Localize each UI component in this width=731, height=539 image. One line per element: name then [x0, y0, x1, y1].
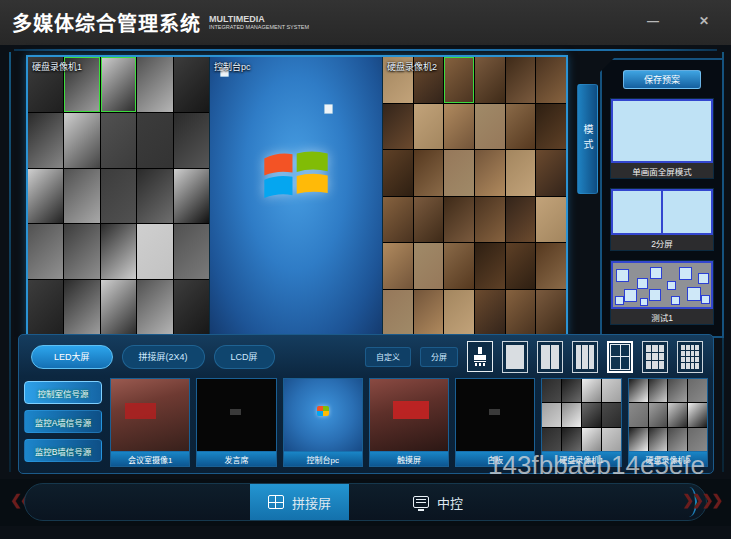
- mode-card-single[interactable]: 单画面全屏模式: [610, 98, 714, 179]
- source-preview: [284, 379, 362, 451]
- app-window: 多媒体综合管理系统 MULTIMEDIA INTEGRATED MANAGEME…: [0, 0, 731, 539]
- windows-logo-icon: [259, 143, 333, 205]
- mode-label: 单画面全屏模式: [611, 163, 713, 178]
- footer-tab-label: 中控: [437, 493, 463, 512]
- layout-9-button[interactable]: [642, 341, 668, 373]
- mode-preview-dual: [611, 189, 713, 235]
- wall-label-right: 硬盘录像机2: [387, 60, 437, 73]
- wall-section-console-pc[interactable]: 控制台pc: [210, 57, 382, 335]
- screen-tab-row: LED大屏 拼接屏(2X4) LCD屏 自定义 分屏: [19, 335, 713, 371]
- wall-section-dvr2[interactable]: 硬盘录像机2: [382, 57, 566, 335]
- mode-label: 测试1: [611, 309, 713, 324]
- source-preview: [370, 379, 448, 451]
- source-preview: [111, 379, 189, 451]
- save-preset-button[interactable]: 保存预案: [623, 70, 701, 89]
- source-thumb[interactable]: 控制台pc: [283, 378, 363, 467]
- source-preview: [456, 379, 534, 451]
- app-subtitle: MULTIMEDIA INTEGRATED MANAGEMENT SYSTEM: [209, 15, 309, 31]
- video-wall: 硬盘录像机1 控制台pc 硬盘录像机2: [26, 55, 568, 337]
- brush-icon: [472, 347, 488, 367]
- wall-label-center: 控制台pc: [214, 60, 251, 73]
- app-title: 多媒体综合管理系统: [12, 8, 201, 37]
- chevron-right-decor: ❯❯❯❯: [682, 492, 721, 508]
- splice-grid-icon: [268, 495, 284, 509]
- group-monitor-wall-b[interactable]: 监控B墙信号源: [24, 439, 102, 462]
- desktop-file-icon: [324, 104, 333, 114]
- mode-preview-single: [611, 99, 713, 163]
- tab-splice-screen-2x4[interactable]: 拼接屏(2X4): [122, 345, 205, 369]
- source-label: 会议室摄像1: [111, 451, 189, 466]
- layout-4-button[interactable]: [607, 341, 633, 373]
- camera-grid-left: [28, 57, 209, 335]
- camera-mosaic: [629, 379, 707, 451]
- windows-desktop: [210, 57, 382, 335]
- source-thumb[interactable]: 会议室摄像1: [110, 378, 190, 467]
- tab-led-screen[interactable]: LED大屏: [31, 345, 113, 369]
- wall-label-left: 硬盘录像机1: [32, 60, 82, 73]
- mode-preview-scatter: [611, 261, 713, 309]
- split-button[interactable]: 分屏: [420, 347, 458, 367]
- tab-lcd-screen[interactable]: LCD屏: [214, 345, 275, 369]
- watermark: 143fbbaeb14e5efe: [488, 450, 705, 481]
- footer-tab-label: 拼接屏: [292, 493, 331, 512]
- mode-box: 保存预案 单画面全屏模式 2分屏 测试1: [600, 58, 724, 338]
- layout-1-button[interactable]: [502, 341, 528, 373]
- source-thumb[interactable]: 发言席: [196, 378, 276, 467]
- minimize-button[interactable]: —: [647, 14, 659, 28]
- frame-left-line: [9, 52, 11, 472]
- layout-16-button[interactable]: [677, 341, 703, 373]
- source-group-list: 控制室信号源 监控A墙信号源 监控B墙信号源: [24, 378, 104, 467]
- mode-card-dual[interactable]: 2分屏: [610, 188, 714, 251]
- source-label: 发言席: [197, 451, 275, 466]
- custom-button[interactable]: 自定义: [365, 347, 411, 367]
- mode-tab[interactable]: 模式: [577, 84, 598, 194]
- mode-panel: 模式 保存预案 单画面全屏模式 2分屏 测试1: [577, 58, 724, 338]
- source-preview: [197, 379, 275, 451]
- close-button[interactable]: ✕: [699, 14, 709, 28]
- wall-section-dvr1[interactable]: 硬盘录像机1: [28, 57, 210, 335]
- group-monitor-wall-a[interactable]: 监控A墙信号源: [24, 410, 102, 433]
- layout-3-button[interactable]: [572, 341, 598, 373]
- group-control-room[interactable]: 控制室信号源: [24, 381, 102, 404]
- tab-splice-screen[interactable]: 拼接屏: [250, 483, 349, 521]
- mode-label: 2分屏: [611, 235, 713, 250]
- title-bar: 多媒体综合管理系统 MULTIMEDIA INTEGRATED MANAGEME…: [0, 0, 731, 45]
- clear-screen-button[interactable]: [467, 341, 493, 372]
- source-label: 控制台pc: [284, 451, 362, 466]
- footer-pill: 拼接屏 中控: [24, 483, 707, 521]
- camera-mosaic: [542, 379, 620, 451]
- tab-central-control[interactable]: 中控: [395, 483, 481, 521]
- frame-top-line: [14, 49, 717, 51]
- monitor-icon: [413, 496, 429, 508]
- source-thumb[interactable]: 触摸屏: [369, 378, 449, 467]
- mode-card-test[interactable]: 测试1: [610, 260, 714, 325]
- footer-bar: ❮❮❮❮ 拼接屏 中控 ❯❯❯❯: [0, 479, 731, 526]
- layout-2-button[interactable]: [537, 341, 563, 373]
- camera-grid-right: [383, 57, 566, 335]
- source-label: 触摸屏: [370, 451, 448, 466]
